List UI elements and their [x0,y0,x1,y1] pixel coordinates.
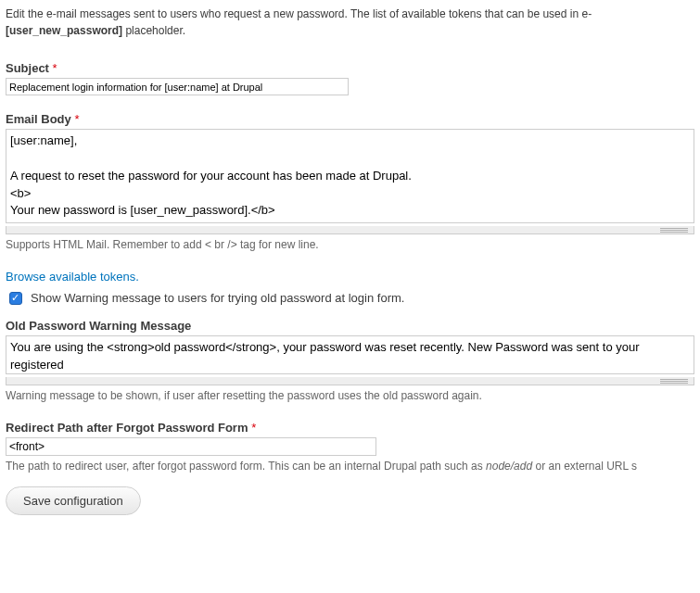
intro-text: Edit the e-mail messages sent to users w… [6,6,694,39]
redirect-path-wrapper: Redirect Path after Forgot Password Form… [6,421,694,474]
intro-token: [user_new_password] [6,24,122,37]
intro-line1: Edit the e-mail messages sent to users w… [6,7,592,20]
required-marker: * [53,61,57,75]
subject-input[interactable] [6,78,349,95]
resize-grippie[interactable] [6,226,694,234]
email-body-wrapper: Email Body * Supports HTML Mail. Remembe… [6,112,694,253]
email-body-textarea[interactable] [6,129,694,223]
browse-tokens-link[interactable]: Browse available tokens. [6,270,139,284]
email-body-label: Email Body * [6,112,694,126]
old-password-warning-wrapper: Old Password Warning Message Warning mes… [6,319,694,404]
redirect-path-label: Redirect Path after Forgot Password Form… [6,421,694,435]
old-password-warning-label: Old Password Warning Message [6,319,694,333]
email-body-help: Supports HTML Mail. Remember to add < br… [6,237,694,253]
redirect-path-input[interactable] [6,437,376,456]
show-warning-label: Show Warning message to users for trying… [31,291,404,305]
redirect-path-help: The path to redirect user, after forgot … [6,459,694,474]
required-marker: * [251,421,256,435]
required-marker: * [74,112,79,126]
intro-after: placeholder. [122,24,185,37]
show-warning-checkbox[interactable] [9,292,22,305]
old-password-warning-help: Warning message to be shown, if user aft… [6,388,694,404]
resize-grippie[interactable] [6,377,694,385]
subject-label: Subject * [6,61,694,75]
tokens-section: Browse available tokens. Show Warning me… [6,270,694,308]
show-warning-row: Show Warning message to users for trying… [6,289,694,308]
subject-field-wrapper: Subject * [6,61,694,95]
save-configuration-button[interactable]: Save configuration [6,486,141,515]
old-password-warning-textarea[interactable] [6,335,694,374]
